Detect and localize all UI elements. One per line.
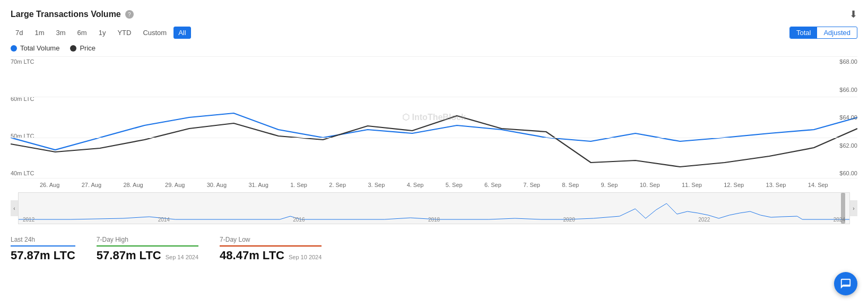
scroll-left-button[interactable]: ‹ bbox=[11, 200, 18, 216]
filter-1m[interactable]: 1m bbox=[30, 27, 49, 39]
y-axis-right: $68.00 $66.00 $64.00 $62.00 $60.00 bbox=[828, 56, 857, 178]
legend-dot-dark bbox=[70, 45, 76, 52]
info-icon[interactable]: ? bbox=[125, 10, 134, 19]
filter-all[interactable]: All bbox=[173, 27, 190, 39]
scroll-right-button[interactable]: › bbox=[850, 200, 857, 216]
filter-3m[interactable]: 3m bbox=[51, 27, 71, 39]
price-line bbox=[11, 116, 857, 167]
stat-last24h: Last 24h 57.87m LTC bbox=[11, 236, 75, 262]
x-axis: 26. Aug 27. Aug 28. Aug 29. Aug 30. Aug … bbox=[11, 180, 857, 190]
filter-6m[interactable]: 6m bbox=[73, 27, 92, 39]
stat-last24h-label: Last 24h bbox=[11, 236, 75, 243]
download-icon[interactable]: ⬇ bbox=[849, 8, 857, 20]
stat-7day-low-date: Sep 10 2024 bbox=[289, 254, 322, 260]
view-adjusted[interactable]: Adjusted bbox=[817, 27, 857, 38]
stat-last24h-value: 57.87m LTC bbox=[11, 249, 75, 262]
legend: Total Volume Price bbox=[11, 44, 857, 52]
main-chart-svg bbox=[11, 56, 857, 178]
chat-icon bbox=[840, 278, 852, 290]
filter-7d[interactable]: 7d bbox=[11, 27, 28, 39]
filter-1y[interactable]: 1y bbox=[94, 27, 111, 39]
stat-7day-high-label: 7-Day High bbox=[97, 236, 198, 243]
stat-7day-high-date: Sep 14 2024 bbox=[166, 254, 198, 260]
filter-custom[interactable]: Custom bbox=[138, 27, 171, 39]
stat-7day-high-underline bbox=[97, 245, 198, 246]
legend-dot-blue bbox=[11, 45, 17, 52]
stat-7day-low-label: 7-Day Low bbox=[220, 236, 322, 243]
page-title: Large Transactions Volume bbox=[11, 10, 121, 19]
view-total[interactable]: Total bbox=[790, 27, 817, 38]
legend-label-total: Total Volume bbox=[20, 44, 59, 52]
legend-total-volume: Total Volume bbox=[11, 44, 59, 52]
stat-7day-low-value: 48.47m LTC bbox=[220, 249, 284, 262]
stat-last24h-underline bbox=[11, 245, 75, 246]
time-filter-group: 7d 1m 3m 6m 1y YTD Custom All bbox=[11, 27, 191, 39]
view-toggle: Total Adjusted bbox=[789, 27, 857, 39]
legend-price: Price bbox=[70, 44, 96, 52]
stat-7day-low: 7-Day Low 48.47m LTC Sep 10 2024 bbox=[220, 236, 322, 262]
stat-7day-high: 7-Day High 57.87m LTC Sep 14 2024 bbox=[97, 236, 198, 262]
legend-label-price: Price bbox=[80, 44, 96, 52]
chart-wrapper: 70m LTC 60m LTC 50m LTC 40m LTC bbox=[11, 56, 857, 190]
range-handle[interactable] bbox=[841, 193, 845, 224]
volume-line bbox=[11, 113, 857, 150]
chat-button[interactable] bbox=[834, 272, 857, 295]
stat-7day-low-underline bbox=[220, 245, 322, 246]
filter-ytd[interactable]: YTD bbox=[112, 27, 136, 39]
mini-chart-container: ‹ 2012 2014 2016 2018 2020 2022 2024 › bbox=[11, 192, 857, 224]
stat-7day-high-value: 57.87m LTC bbox=[97, 249, 161, 262]
stats-row: Last 24h 57.87m LTC 7-Day High 57.87m LT… bbox=[11, 232, 857, 262]
